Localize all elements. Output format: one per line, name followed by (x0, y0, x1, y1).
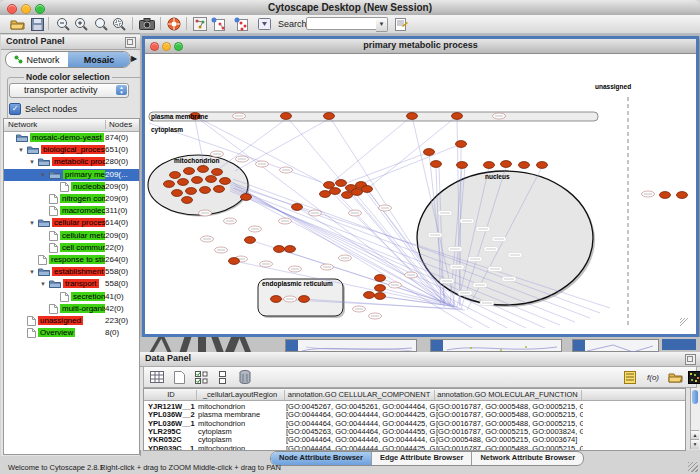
tree-row-cellular-metabo[interactable]: cellular metabo209(0) (4, 230, 139, 242)
zoom-selected-icon[interactable] (110, 16, 128, 32)
tree-expand-icon[interactable]: ▼ (40, 172, 46, 178)
network-node[interactable] (274, 246, 285, 253)
network-canvas[interactable]: plasma membranecytoplasmmitochondrionnuc… (145, 53, 690, 328)
network-frame-titlebar[interactable]: primary metabolic process (145, 39, 696, 54)
network-node[interactable] (375, 293, 386, 300)
network-node[interactable] (324, 113, 335, 120)
network-node[interactable] (364, 292, 375, 299)
table-column-header[interactable]: annotation.GO CELLULAR_COMPONENT (284, 390, 435, 400)
network-node[interactable] (484, 162, 495, 169)
network-node[interactable] (320, 191, 331, 198)
network-node[interactable] (362, 186, 373, 193)
network-node[interactable] (172, 190, 183, 197)
table-cell[interactable]: mitochondrion (198, 444, 286, 452)
tree-row-transport[interactable]: ▼transport558(0) (4, 278, 139, 290)
network-node[interactable] (182, 197, 193, 204)
network-node[interactable] (330, 188, 341, 195)
tree-row-metabolic-process[interactable]: ▼metabolic process280(0) (4, 156, 139, 168)
network-node[interactable] (537, 162, 548, 169)
float-panel-icon[interactable] (685, 354, 696, 365)
table-cell[interactable]: [GO:0016787, GO:0005488, GO:0005215, G..… (436, 444, 583, 452)
scrollbar-thumb[interactable] (692, 390, 698, 404)
new-attribute-icon[interactable] (171, 369, 187, 385)
tree-expand-icon[interactable]: ▼ (29, 269, 35, 275)
tree-row-multi-organism-pro[interactable]: multi-organism pro42(0) (4, 303, 139, 315)
float-panel-icon[interactable] (125, 37, 136, 48)
save-icon[interactable] (28, 16, 46, 32)
network-node[interactable] (292, 204, 303, 211)
tree-row-mosaic-demo-yeast[interactable]: mosaic-demo-yeast874(0) (4, 132, 139, 144)
network-node[interactable] (271, 296, 282, 303)
network-node[interactable] (206, 176, 217, 183)
network-node[interactable] (501, 161, 512, 168)
network-node[interactable] (299, 296, 310, 303)
network-node[interactable] (660, 192, 671, 199)
tree-row-macromolecule[interactable]: macromolecule311(0) (4, 205, 139, 217)
table-scrollbar[interactable]: ▲ ▼ (690, 388, 700, 449)
node-color-dropdown[interactable]: transporter activity ▲▼ (9, 83, 129, 98)
table-cell[interactable]: YDR039C__1 (148, 444, 198, 452)
tab-mosaic[interactable]: Mosaic (68, 52, 130, 67)
help-icon[interactable] (165, 16, 183, 32)
tree-row-primary-metabo[interactable]: ▼primary metabo209(... (4, 169, 139, 181)
open-icon[interactable] (8, 16, 26, 32)
attribute-list-icon[interactable] (622, 369, 638, 385)
vizmapper-icon[interactable] (209, 16, 227, 32)
network-node[interactable] (170, 172, 181, 179)
import-attributes-icon[interactable] (667, 369, 683, 385)
function-builder-icon[interactable]: f(o) (645, 369, 661, 385)
tree-row-unassigned[interactable]: unassigned223(0) (4, 315, 139, 327)
select-attributes-icon[interactable] (193, 369, 209, 385)
network-node[interactable] (164, 181, 175, 188)
network-node[interactable] (178, 179, 189, 186)
table-column-header[interactable]: ID (146, 390, 197, 400)
tree-row-nitrogen-compo[interactable]: nitrogen compo209(0) (4, 193, 139, 205)
network-node[interactable] (336, 180, 347, 187)
search-dropdown-icon[interactable]: ▼ (376, 17, 388, 32)
attribute-matrix-icon[interactable] (686, 369, 700, 385)
network-node[interactable] (452, 113, 463, 120)
network-node[interactable] (457, 162, 468, 169)
table-column-header[interactable]: annotation.GO MOLECULAR_FUNCTION (434, 390, 582, 400)
resize-grip[interactable] (688, 462, 698, 472)
network-node[interactable] (456, 141, 467, 148)
network-node[interactable] (198, 166, 209, 173)
attribute-editor-icon[interactable] (392, 16, 410, 32)
tree-row-cellular-process[interactable]: ▼cellular process614(0) (4, 217, 139, 229)
network-node[interactable] (519, 162, 530, 169)
network-node[interactable] (281, 113, 292, 120)
delete-attribute-icon[interactable] (237, 369, 253, 385)
tree-row-biological-process[interactable]: ▼biological_process651(0) (4, 144, 139, 156)
network-node[interactable] (677, 192, 688, 199)
tree-row-nucleobase-[interactable]: nucleobase-209(0) (4, 181, 139, 193)
network-node[interactable] (186, 188, 197, 195)
table-icon[interactable] (149, 369, 165, 385)
tree-expand-icon[interactable]: ▼ (29, 220, 35, 226)
tree-row-overview[interactable]: Overview8(0) (4, 327, 139, 339)
network-node[interactable] (375, 275, 386, 282)
scroll-down-icon[interactable]: ▼ (691, 439, 699, 449)
network-node[interactable] (285, 246, 296, 253)
tree-row-response-to-stimulu[interactable]: response to stimulu264(0) (4, 254, 139, 266)
tree-expand-icon[interactable]: ▼ (18, 147, 24, 153)
search-input[interactable] (306, 17, 380, 30)
table-cell[interactable]: [GO:0044464, GO:0044444, GO:0044425, G..… (286, 444, 436, 452)
snapshot-icon[interactable] (138, 16, 156, 32)
tree-row-cell-communicat[interactable]: cell communicat22(0) (4, 242, 139, 254)
network-node[interactable] (342, 192, 353, 199)
network-manager-icon[interactable] (191, 16, 209, 32)
network-node[interactable] (192, 177, 203, 184)
network-node[interactable] (200, 187, 211, 194)
network-node[interactable] (184, 168, 195, 175)
network-node[interactable] (229, 258, 240, 265)
network-node[interactable] (407, 113, 418, 120)
filter-icon[interactable] (232, 16, 250, 32)
network-node[interactable] (352, 189, 363, 196)
tree-row-secretion[interactable]: secretion41(0) (4, 291, 139, 303)
network-node[interactable] (424, 149, 435, 156)
select-nodes-checkbox[interactable]: ✓ (9, 103, 21, 115)
zoom-in-icon[interactable] (72, 16, 90, 32)
network-node[interactable] (241, 194, 252, 201)
plugin-manager-icon[interactable] (256, 16, 274, 32)
network-node[interactable] (431, 161, 442, 168)
